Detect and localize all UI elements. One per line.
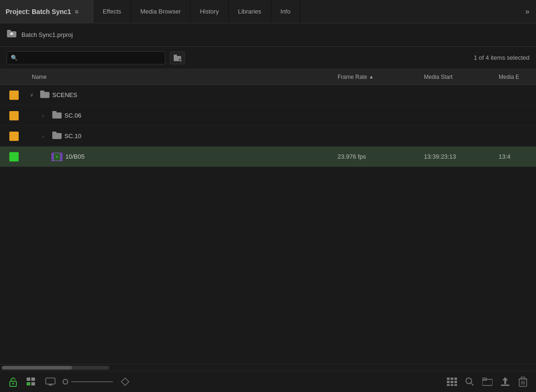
- table-row[interactable]: › SC.10: [0, 126, 536, 147]
- tab-effects[interactable]: Effects: [93, 0, 131, 23]
- project-filename: Batch Sync1.prproj: [21, 31, 73, 38]
- th-name[interactable]: Name: [28, 74, 338, 80]
- row-color-badge: [0, 111, 28, 120]
- svg-rect-46: [454, 384, 457, 386]
- import-icon[interactable]: [499, 375, 512, 388]
- file-table: Name Frame Rate ▲ Media Start Media E ∨: [0, 69, 536, 364]
- folder-up-icon[interactable]: [7, 29, 17, 41]
- svg-rect-15: [51, 155, 53, 157]
- svg-rect-12: [52, 132, 56, 134]
- table-row[interactable]: 10/B05 23.976 fps 13:39:23:13 13:4: [0, 147, 536, 167]
- bottom-toolbar: [0, 371, 536, 392]
- search-icon[interactable]: [463, 375, 476, 388]
- search-icon: 🔍: [11, 55, 18, 61]
- svg-rect-41: [447, 381, 450, 383]
- grid-view-icon[interactable]: [445, 375, 458, 388]
- expand-chevron-icon[interactable]: ›: [42, 113, 49, 119]
- tab-info[interactable]: Info: [271, 0, 301, 23]
- items-selected-label: 1 of 4 items selected: [474, 54, 529, 61]
- lock-icon[interactable]: [7, 375, 20, 388]
- hamburger-icon[interactable]: ≡: [75, 8, 78, 15]
- table-header: Name Frame Rate ▲ Media Start Media E: [0, 69, 536, 85]
- row-color-badge: [0, 132, 28, 141]
- sort-arrow-icon: ▲: [369, 74, 374, 79]
- svg-rect-10: [52, 111, 56, 113]
- top-tab-bar: Project: Batch Sync1 ≡ Effects Media Bro…: [0, 0, 536, 23]
- diamond-icon[interactable]: [119, 375, 132, 388]
- svg-rect-18: [61, 155, 63, 157]
- svg-rect-40: [454, 378, 457, 380]
- expand-panels-button[interactable]: »: [519, 0, 536, 23]
- scrollbar-thumb[interactable]: [2, 366, 72, 370]
- tab-libraries[interactable]: Libraries: [229, 0, 271, 23]
- search-bar: 🔍 1 of 4 items selected: [0, 47, 536, 69]
- svg-rect-36: [49, 385, 52, 385]
- tab-media-browser[interactable]: Media Browser: [131, 0, 191, 23]
- svg-rect-53: [501, 385, 509, 386]
- svg-rect-44: [447, 384, 450, 386]
- th-framerate[interactable]: Frame Rate ▲: [338, 74, 424, 80]
- row-framerate: 23.976 fps: [338, 153, 424, 160]
- th-mediastart[interactable]: Media Start: [424, 74, 499, 80]
- svg-rect-16: [51, 158, 53, 160]
- new-folder-icon[interactable]: [481, 375, 494, 388]
- row-color-badge: [0, 91, 28, 100]
- horizontal-scrollbar[interactable]: [0, 364, 536, 371]
- svg-rect-45: [451, 384, 453, 386]
- toolbar-right: [445, 375, 529, 388]
- expand-chevron-icon[interactable]: ›: [42, 133, 49, 139]
- svg-rect-17: [61, 153, 63, 154]
- row-name-b05: 10/B05: [28, 151, 338, 162]
- svg-point-47: [466, 378, 472, 384]
- folder-icon: [40, 90, 49, 100]
- svg-rect-14: [51, 153, 53, 154]
- slider-track[interactable]: [71, 381, 113, 382]
- row-mediaend: 13:4: [499, 153, 536, 160]
- svg-line-48: [471, 383, 473, 385]
- svg-rect-1: [7, 30, 11, 32]
- row-mediastart: 13:39:23:13: [424, 153, 499, 160]
- svg-rect-4: [174, 55, 177, 57]
- empty-area: [0, 167, 536, 316]
- row-color-badge: [0, 152, 28, 161]
- list-view-icon[interactable]: [25, 375, 38, 388]
- svg-rect-19: [61, 158, 63, 160]
- expand-chevron-icon[interactable]: ∨: [30, 92, 37, 98]
- toolbar-left: [7, 375, 132, 388]
- film-clip-icon: [51, 151, 63, 162]
- slider-thumb[interactable]: [63, 379, 68, 385]
- row-name-sc06: › SC.06: [28, 111, 338, 121]
- search-folder-button[interactable]: [170, 51, 185, 64]
- svg-rect-56: [521, 377, 525, 379]
- project-title-label: Project: Batch Sync1: [6, 8, 71, 15]
- row-name-sc10: › SC.10: [28, 131, 338, 141]
- row-name-scenes: ∨ SCENES: [28, 90, 338, 100]
- search-input-wrapper[interactable]: 🔍: [7, 51, 165, 64]
- delete-icon[interactable]: [516, 375, 529, 388]
- svg-rect-52: [504, 380, 506, 384]
- zoom-slider[interactable]: [63, 379, 113, 385]
- svg-point-26: [12, 383, 14, 385]
- tab-history[interactable]: History: [190, 0, 228, 23]
- svg-marker-37: [121, 378, 129, 385]
- svg-rect-39: [451, 378, 453, 380]
- svg-rect-42: [451, 381, 453, 383]
- main-content: Batch Sync1.prproj 🔍 1 of 4 items select…: [0, 23, 536, 392]
- search-input[interactable]: [21, 54, 161, 61]
- monitor-icon[interactable]: [44, 375, 57, 388]
- svg-rect-43: [454, 381, 457, 383]
- svg-rect-35: [46, 378, 55, 384]
- svg-rect-8: [40, 91, 44, 93]
- table-row[interactable]: ∨ SCENES: [0, 85, 536, 105]
- th-mediaend[interactable]: Media E: [499, 74, 536, 80]
- svg-line-6: [181, 61, 182, 62]
- folder-icon: [52, 111, 62, 121]
- project-title-tab[interactable]: Project: Batch Sync1 ≡: [0, 0, 93, 23]
- scrollbar-track[interactable]: [2, 366, 109, 370]
- folder-icon: [52, 131, 62, 141]
- table-row[interactable]: › SC.06: [0, 105, 536, 126]
- svg-marker-51: [502, 377, 508, 380]
- svg-rect-38: [447, 378, 450, 380]
- project-header: Batch Sync1.prproj: [0, 23, 536, 47]
